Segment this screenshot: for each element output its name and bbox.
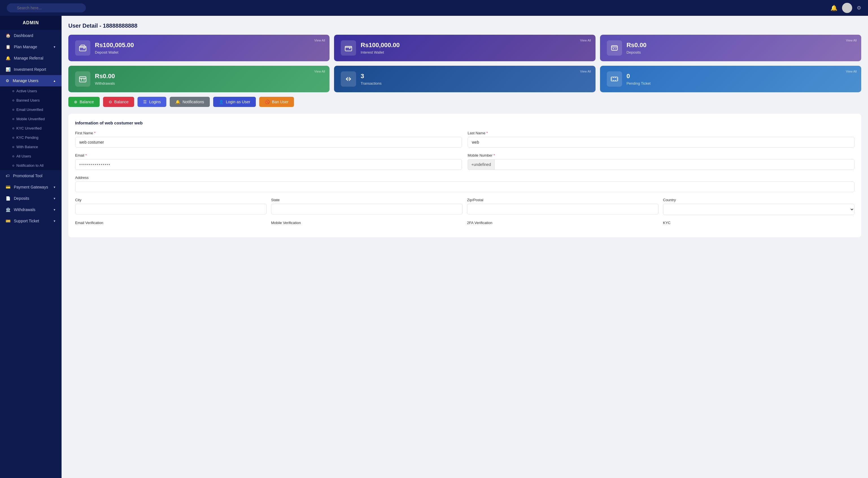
sidebar-item-promotional-tool[interactable]: 🏷 Promotional Tool bbox=[0, 170, 62, 181]
sidebar-item-withdrawals[interactable]: 🏦 Withdrawals ▼ bbox=[0, 204, 62, 215]
notifications-button[interactable]: 🔔 Notifications bbox=[170, 97, 210, 107]
sidebar-item-kyc-unverified[interactable]: KYC Unverified bbox=[0, 124, 62, 133]
label-kyc-unverified: KYC Unverified bbox=[17, 126, 41, 130]
stat-cards-row-1: Rs100,005.00 Deposit Wallet View All Rs1… bbox=[68, 35, 861, 61]
chevron-down-icon: ▼ bbox=[53, 219, 56, 223]
email-group: Email * bbox=[75, 153, 462, 170]
logins-label: Logins bbox=[149, 100, 161, 104]
deposits-amount: Rs0.00 bbox=[627, 41, 855, 49]
last-name-label: Last Name * bbox=[468, 131, 855, 135]
top-header: 🔍 🔔 ⚙ bbox=[0, 0, 868, 16]
state-input[interactable] bbox=[271, 204, 463, 214]
withdrawals-view-all[interactable]: View All bbox=[314, 70, 325, 73]
first-name-group: First Name * bbox=[75, 131, 462, 147]
bell-action-icon: 🔔 bbox=[175, 100, 180, 104]
sidebar-label-payment-gateways: Payment Gateways bbox=[14, 185, 48, 189]
zip-group: Zip/Postal bbox=[467, 198, 658, 215]
sidebar-item-manage-users[interactable]: ⚙ Manage Users ▲ bbox=[0, 75, 62, 87]
wallet-icon bbox=[79, 44, 87, 52]
search-wrapper: 🔍 bbox=[7, 3, 86, 12]
header-right: 🔔 ⚙ bbox=[831, 3, 861, 13]
deposit-wallet-view-all[interactable]: View All bbox=[314, 39, 325, 42]
withdrawals-icon bbox=[79, 75, 87, 83]
email-verification-label: Email Verification bbox=[75, 221, 267, 225]
sidebar-item-banned-users[interactable]: Banned Users bbox=[0, 96, 62, 105]
twofa-verification-label: 2FA Verification bbox=[467, 221, 658, 225]
deposits-icon-box bbox=[607, 40, 622, 56]
sidebar-item-payment-gateways[interactable]: 💳 Payment Gateways ▼ bbox=[0, 181, 62, 193]
dot-icon bbox=[12, 156, 14, 157]
ban-user-label: Ban User bbox=[272, 100, 288, 104]
settings-icon: ⚙ bbox=[6, 78, 9, 83]
sidebar-item-investment-report[interactable]: 📊 Investment Report bbox=[0, 64, 62, 75]
logins-button[interactable]: ☰ Logins bbox=[137, 97, 166, 107]
sidebar-item-support-ticket[interactable]: 🎫 Support Ticket ▼ bbox=[0, 215, 62, 227]
sidebar-item-with-balance[interactable]: With Balance bbox=[0, 142, 62, 151]
transactions-view-all[interactable]: View All bbox=[580, 70, 591, 73]
email-verification-group: Email Verification bbox=[75, 221, 267, 225]
interest-wallet-icon bbox=[344, 44, 352, 52]
sidebar-item-active-users[interactable]: Active Users bbox=[0, 87, 62, 96]
bar-chart-icon: 📊 bbox=[6, 67, 10, 72]
sidebar-item-email-unverified[interactable]: Email Unverified bbox=[0, 105, 62, 114]
sidebar-item-kyc-pending[interactable]: KYC Pending bbox=[0, 133, 62, 142]
mobile-verification-group: Mobile Verification bbox=[271, 221, 463, 225]
label-notification-to-all: Notification to All bbox=[17, 163, 43, 168]
sidebar-logo: ADMIN bbox=[0, 16, 62, 30]
first-name-input[interactable] bbox=[75, 137, 462, 147]
balance-remove-button[interactable]: ⊖ Balance bbox=[103, 97, 134, 107]
chevron-down-icon: ▼ bbox=[53, 197, 56, 200]
last-name-input[interactable] bbox=[468, 137, 855, 147]
pending-ticket-view-all[interactable]: View All bbox=[846, 70, 857, 73]
sidebar-label-manage-referral: Manage Referral bbox=[14, 56, 43, 60]
ban-user-button[interactable]: 🚫 Ban User bbox=[259, 97, 294, 107]
zip-input[interactable] bbox=[467, 204, 658, 214]
balance-add-label: Balance bbox=[80, 100, 94, 104]
sidebar-item-notification-to-all[interactable]: Notification to All bbox=[0, 161, 62, 170]
label-kyc-pending: KYC Pending bbox=[17, 135, 38, 140]
transactions-info: 3 Transactions bbox=[361, 72, 588, 85]
deposit-wallet-info: Rs100,005.00 Deposit Wallet bbox=[95, 41, 323, 54]
plus-icon: ⊕ bbox=[74, 100, 78, 104]
chevron-up-icon: ▲ bbox=[53, 79, 56, 82]
stat-card-deposits: Rs0.00 Deposits View All bbox=[600, 35, 861, 61]
address-input[interactable] bbox=[75, 181, 855, 192]
mobile-group: Mobile Number * +undefined bbox=[468, 153, 855, 170]
ticket-icon: 🎫 bbox=[6, 219, 10, 223]
deposits-icon bbox=[611, 44, 618, 52]
country-group: Country bbox=[663, 198, 855, 215]
sidebar-item-dashboard[interactable]: 🏠 Dashboard bbox=[0, 30, 62, 41]
chevron-down-icon: ▼ bbox=[53, 208, 56, 211]
search-input[interactable] bbox=[7, 3, 86, 12]
sidebar-item-manage-referral[interactable]: 🔔 Manage Referral bbox=[0, 53, 62, 64]
sidebar-label-deposits: Deposits bbox=[14, 196, 29, 201]
manage-users-submenu: Active Users Banned Users Email Unverifi… bbox=[0, 87, 62, 170]
city-input[interactable] bbox=[75, 204, 267, 214]
gear-icon[interactable]: ⚙ bbox=[857, 5, 861, 11]
svg-rect-2 bbox=[611, 46, 617, 50]
ticket-icon bbox=[611, 75, 618, 83]
sidebar-item-deposits[interactable]: 📄 Deposits ▼ bbox=[0, 193, 62, 204]
balance-add-button[interactable]: ⊕ Balance bbox=[68, 97, 100, 107]
mobile-verification-label: Mobile Verification bbox=[271, 221, 463, 225]
avatar[interactable] bbox=[842, 3, 852, 13]
sidebar-item-all-users[interactable]: All Users bbox=[0, 151, 62, 161]
sidebar-item-plan-manage[interactable]: 📋 Plan Manage ▼ bbox=[0, 41, 62, 53]
sidebar-label-manage-users: Manage Users bbox=[13, 78, 38, 83]
deposits-view-all[interactable]: View All bbox=[846, 39, 857, 42]
user-icon: 👤 bbox=[219, 100, 224, 104]
mobile-input[interactable] bbox=[494, 159, 855, 170]
dot-icon bbox=[12, 109, 14, 111]
dot-icon bbox=[12, 137, 14, 139]
country-select[interactable] bbox=[663, 204, 855, 215]
sidebar-item-mobile-unverified[interactable]: Mobile Unverified bbox=[0, 114, 62, 124]
interest-wallet-amount: Rs100,000.00 bbox=[361, 41, 588, 49]
notification-bell-icon[interactable]: 🔔 bbox=[831, 4, 837, 11]
login-as-user-button[interactable]: 👤 Login as User bbox=[213, 97, 256, 107]
city-label: City bbox=[75, 198, 267, 202]
interest-wallet-view-all[interactable]: View All bbox=[580, 39, 591, 42]
email-input[interactable] bbox=[75, 159, 462, 170]
stat-card-pending-ticket: 0 Pending Ticket View All bbox=[600, 66, 861, 92]
deposits-label: Deposits bbox=[627, 50, 855, 55]
stat-card-interest-wallet: Rs100,000.00 Interest Wallet View All bbox=[334, 35, 595, 61]
